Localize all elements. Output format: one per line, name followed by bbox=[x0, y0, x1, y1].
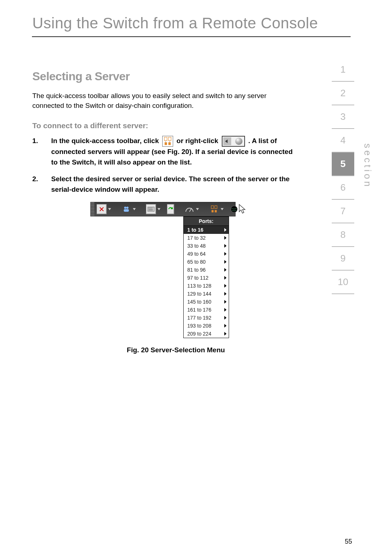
procedure-steps: In the quick-access toolbar, click or ri… bbox=[32, 136, 298, 195]
svg-rect-18 bbox=[212, 210, 214, 212]
section-heading: Selecting a Server bbox=[32, 70, 298, 83]
section-nav-item[interactable]: 10 bbox=[332, 271, 354, 294]
ports-menu: Ports: 1 to 1617 to 3233 to 4849 to 6465… bbox=[183, 216, 229, 338]
switch-servers-icon[interactable] bbox=[209, 204, 219, 214]
close-icon[interactable] bbox=[97, 204, 107, 214]
submenu-arrow-icon bbox=[224, 236, 226, 240]
ports-menu-item[interactable]: 65 to 80 bbox=[184, 258, 229, 266]
main-content: Selecting a Server The quick-access tool… bbox=[32, 70, 298, 354]
dropdown-icon[interactable] bbox=[133, 208, 136, 210]
ports-menu-item[interactable]: 49 to 64 bbox=[184, 250, 229, 258]
submenu-arrow-icon bbox=[224, 276, 226, 280]
ports-menu-item[interactable]: 193 to 208 bbox=[184, 322, 229, 330]
ports-menu-item[interactable]: 97 to 112 bbox=[184, 274, 229, 282]
submenu-arrow-icon bbox=[224, 300, 226, 304]
ports-menu-item[interactable]: 129 to 144 bbox=[184, 290, 229, 298]
step-1-text-a: In the quick-access toolbar, click bbox=[51, 137, 161, 145]
ports-menu-item[interactable]: 177 to 192 bbox=[184, 314, 229, 322]
dropdown-icon[interactable] bbox=[108, 208, 111, 210]
submenu-arrow-icon bbox=[224, 292, 226, 296]
section-nav-item[interactable]: 8 bbox=[332, 223, 354, 247]
quick-access-toolbar bbox=[90, 202, 236, 216]
ports-menu-item[interactable]: 1 to 16 bbox=[184, 226, 229, 234]
step-2: Select the desired server or serial devi… bbox=[32, 174, 298, 195]
ports-menu-header: Ports: bbox=[184, 217, 229, 226]
ports-menu-item-label: 49 to 64 bbox=[187, 251, 206, 257]
sync-icon[interactable] bbox=[167, 204, 174, 214]
submenu-arrow-icon bbox=[224, 324, 226, 328]
ports-menu-item[interactable]: 161 to 176 bbox=[184, 306, 229, 314]
ports-menu-item-label: 33 to 48 bbox=[187, 243, 206, 249]
cursor-icon bbox=[238, 204, 246, 216]
chapter-title: Using the Switch from a Remote Console bbox=[32, 15, 392, 32]
keyboard-icon[interactable] bbox=[146, 204, 156, 214]
submenu-arrow-icon bbox=[224, 228, 226, 232]
svg-rect-9 bbox=[148, 207, 154, 211]
ports-menu-item-label: 145 to 160 bbox=[187, 299, 211, 305]
svg-point-6 bbox=[124, 207, 126, 209]
ports-menu-item-label: 193 to 208 bbox=[187, 323, 211, 329]
dropdown-icon[interactable] bbox=[221, 208, 224, 210]
section-nav-item[interactable]: 1 bbox=[332, 58, 354, 82]
ports-menu-item[interactable]: 113 to 128 bbox=[184, 282, 229, 290]
section-nav-label: section bbox=[362, 143, 373, 188]
ports-menu-item-label: 113 to 128 bbox=[187, 283, 211, 289]
svg-rect-16 bbox=[211, 206, 213, 209]
switch-servers-icon bbox=[162, 136, 173, 147]
section-nav-item[interactable]: 4 bbox=[332, 129, 354, 153]
intro-paragraph: The quick-access toolbar allows you to e… bbox=[32, 91, 298, 110]
right-click-target-icon bbox=[222, 136, 245, 147]
ports-menu-item-label: 65 to 80 bbox=[187, 259, 206, 265]
step-1: In the quick-access toolbar, click or ri… bbox=[32, 136, 298, 167]
svg-rect-8 bbox=[124, 209, 129, 212]
dropdown-icon[interactable] bbox=[158, 208, 160, 210]
submenu-arrow-icon bbox=[224, 284, 226, 288]
ports-menu-item-label: 161 to 176 bbox=[187, 307, 211, 313]
submenu-arrow-icon bbox=[224, 244, 226, 248]
figure-caption: Fig. 20 Server-Selection Menu bbox=[54, 346, 298, 354]
ports-menu-item-label: 177 to 192 bbox=[187, 315, 211, 321]
submenu-arrow-icon bbox=[224, 268, 226, 272]
svg-point-7 bbox=[126, 207, 128, 209]
ports-menu-item-label: 1 to 16 bbox=[187, 227, 203, 233]
submenu-arrow-icon bbox=[224, 308, 226, 312]
divider bbox=[32, 36, 351, 37]
section-nav-item[interactable]: 9 bbox=[332, 247, 354, 271]
submenu-arrow-icon bbox=[224, 332, 226, 336]
ports-menu-item-label: 97 to 112 bbox=[187, 275, 208, 281]
section-nav-item[interactable]: 7 bbox=[332, 200, 354, 223]
ports-menu-item[interactable]: 209 to 224 bbox=[184, 330, 229, 338]
toolbar-grip-icon bbox=[91, 202, 94, 216]
submenu-arrow-icon bbox=[224, 252, 226, 256]
step-1-text-b: or right-click bbox=[176, 137, 220, 145]
svg-rect-14 bbox=[148, 210, 153, 210]
svg-rect-3 bbox=[168, 142, 171, 145]
svg-rect-2 bbox=[165, 142, 167, 145]
ports-menu-item[interactable]: 81 to 96 bbox=[184, 266, 229, 274]
ports-menu-item-label: 209 to 224 bbox=[187, 331, 211, 337]
section-nav: 12345678910 bbox=[332, 58, 354, 294]
section-nav-item[interactable]: 3 bbox=[332, 105, 354, 129]
submenu-arrow-icon bbox=[224, 316, 226, 320]
ports-menu-item[interactable]: 145 to 160 bbox=[184, 298, 229, 306]
section-nav-item[interactable]: 6 bbox=[332, 176, 354, 200]
ports-menu-item[interactable]: 33 to 48 bbox=[184, 242, 229, 250]
svg-line-15 bbox=[189, 208, 192, 212]
svg-rect-12 bbox=[151, 208, 151, 208]
section-nav-item[interactable]: 2 bbox=[332, 82, 354, 105]
ports-menu-item-label: 129 to 144 bbox=[187, 291, 211, 297]
procedure-heading: To connect to a different server: bbox=[32, 121, 298, 130]
ports-menu-item-label: 81 to 96 bbox=[187, 267, 206, 273]
speed-icon[interactable] bbox=[184, 204, 195, 214]
ports-menu-item[interactable]: 17 to 32 bbox=[184, 234, 229, 242]
people-icon[interactable] bbox=[121, 204, 131, 214]
svg-rect-13 bbox=[152, 208, 152, 208]
svg-rect-0 bbox=[164, 137, 167, 141]
svg-rect-17 bbox=[215, 206, 217, 209]
figure-20: Ports: 1 to 1617 to 3233 to 4849 to 6465… bbox=[90, 202, 236, 338]
section-nav-item[interactable]: 5 bbox=[332, 153, 354, 176]
svg-rect-19 bbox=[215, 210, 217, 212]
dropdown-icon[interactable] bbox=[196, 208, 199, 210]
globe-icon[interactable] bbox=[230, 204, 238, 214]
ports-menu-item-label: 17 to 32 bbox=[187, 235, 206, 241]
